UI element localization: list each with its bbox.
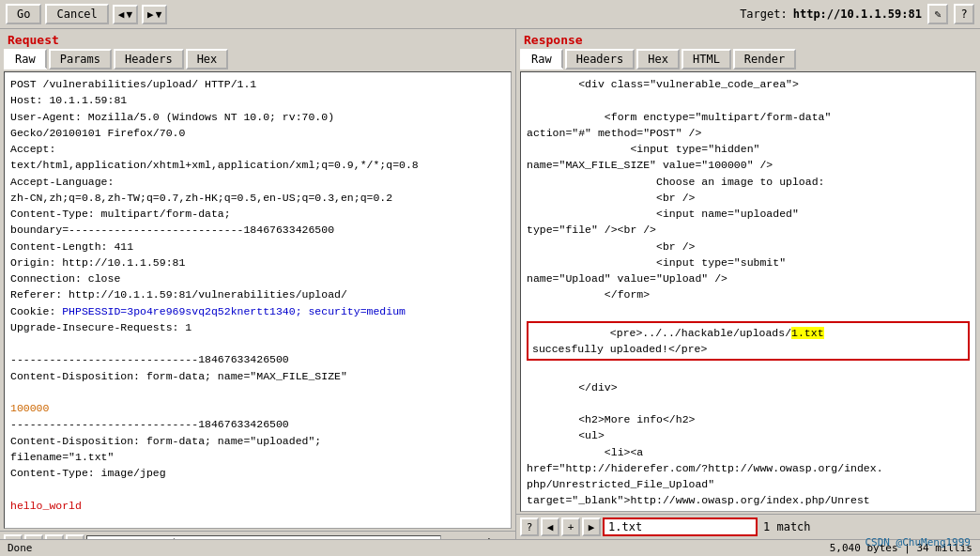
- tab-headers-request[interactable]: Headers: [114, 49, 184, 70]
- cancel-button[interactable]: Cancel: [45, 4, 108, 24]
- forward-icon: ▶: [147, 8, 154, 21]
- tab-render-response[interactable]: Render: [733, 49, 796, 70]
- request-text: POST /vulnerabilities/upload/ HTTP/1.1 H…: [10, 78, 419, 529]
- toolbar-right: Target: http://10.1.1.59:81 ✎ ?: [740, 4, 974, 24]
- resp-match-count: 1 match: [759, 520, 815, 533]
- request-panel: Request Raw Params Headers Hex POST /vul…: [0, 29, 516, 556]
- response-highlight-box: <pre>../../hackable/uploads/1.txt succes…: [527, 321, 970, 362]
- target-url: http://10.1.1.59:81: [793, 8, 922, 21]
- response-title: Response: [516, 29, 980, 49]
- tab-raw-request[interactable]: Raw: [4, 49, 47, 70]
- forward-nav-group[interactable]: ▶ ▼: [142, 5, 167, 24]
- toolbar-left: Go Cancel ◀ ▼ ▶ ▼: [6, 4, 736, 24]
- resp-search-next-button[interactable]: ▶: [582, 517, 601, 536]
- done-label: Done: [8, 542, 33, 554]
- edit-target-button[interactable]: ✎: [927, 4, 948, 24]
- response-text: <div class="vulnerable_code_area"> <form…: [527, 78, 831, 301]
- response-search-bar: ? ◀ + ▶ 1 match: [516, 514, 980, 539]
- resp-search-add-button[interactable]: +: [561, 517, 580, 536]
- response-text-2: </div> <h2>More info</h2> <ul> <li><a hr…: [527, 381, 883, 513]
- forward-dropdown-icon[interactable]: ▼: [156, 8, 162, 21]
- tab-hex-response[interactable]: Hex: [636, 49, 680, 70]
- back-icon: ◀: [118, 8, 125, 21]
- request-content[interactable]: POST /vulnerabilities/upload/ HTTP/1.1 H…: [4, 71, 512, 529]
- resp-search-input[interactable]: [603, 517, 758, 536]
- toolbar: Go Cancel ◀ ▼ ▶ ▼ Target: http://10.1.1.…: [0, 0, 980, 29]
- help-button[interactable]: ?: [954, 4, 974, 24]
- response-tabs: Raw Headers Hex HTML Render: [516, 49, 980, 70]
- resp-search-prev-button[interactable]: ◀: [541, 517, 559, 536]
- watermark: CSDN @ChuMeng1999: [865, 536, 971, 548]
- target-label: Target:: [740, 8, 788, 21]
- response-content[interactable]: <div class="vulnerable_code_area"> <form…: [520, 71, 976, 512]
- back-dropdown-icon[interactable]: ▼: [126, 8, 132, 21]
- tab-raw-response[interactable]: Raw: [520, 49, 563, 70]
- tab-params-request[interactable]: Params: [49, 49, 112, 70]
- tab-hex-request[interactable]: Hex: [186, 49, 229, 70]
- resp-search-help-button[interactable]: ?: [520, 517, 539, 536]
- back-nav-group[interactable]: ◀ ▼: [113, 5, 138, 24]
- go-button[interactable]: Go: [6, 4, 41, 24]
- response-panel: Response Raw Headers Hex HTML Render <di…: [516, 29, 980, 556]
- main-content: Request Raw Params Headers Hex POST /vul…: [0, 29, 980, 556]
- request-tabs: Raw Params Headers Hex: [0, 49, 515, 70]
- tab-html-response[interactable]: HTML: [681, 49, 731, 70]
- request-title: Request: [0, 29, 515, 49]
- tab-headers-response[interactable]: Headers: [565, 49, 635, 70]
- bottom-status: Done: [0, 539, 526, 556]
